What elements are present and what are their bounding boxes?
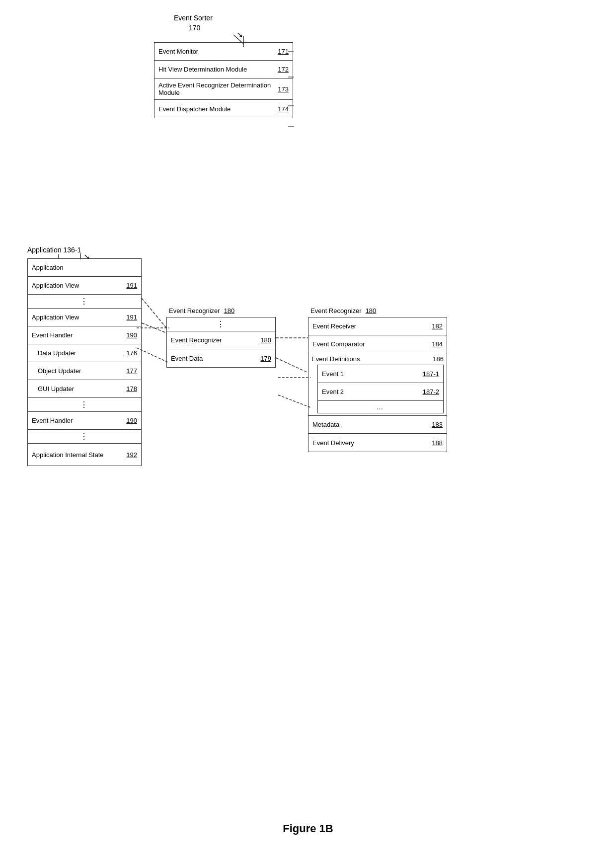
event-comparator-row: Event Comparator 184 <box>308 335 447 353</box>
app-view-row-2: Application View 191 <box>28 309 141 326</box>
dots-3: ⋮ <box>28 430 141 444</box>
dots-1: ⋮ <box>28 295 141 309</box>
hit-view-row: Hit View Determination Module 172 <box>154 61 293 79</box>
er-small-recognizer-row: Event Recognizer 180 <box>167 331 275 349</box>
application-outer-box: Application Application View 191 ⋮ Appli… <box>27 258 142 466</box>
object-updater-row: Object Updater 177 <box>28 362 141 380</box>
active-event-row: Active Event Recognizer Determination Mo… <box>154 79 293 100</box>
event1-row: Event 1 187-1 <box>318 365 443 383</box>
event-sorter-ref: 170 <box>189 24 200 32</box>
figure-label: Figure 1B <box>0 822 616 835</box>
svg-line-9 <box>276 358 308 373</box>
event-dots: … <box>318 401 443 413</box>
event-handler-row-2: Event Handler 190 <box>28 412 141 430</box>
app-view-row-1: Application View 191 <box>28 277 141 295</box>
svg-line-5 <box>278 395 310 407</box>
er-small-title: Event Recognizer 180 <box>169 307 234 315</box>
event-sorter-box: Event Monitor 171 Hit View Determination… <box>154 42 293 118</box>
dots-2: ⋮ <box>28 398 141 412</box>
er-small-dots: ⋮ <box>167 317 275 331</box>
event2-row: Event 2 187-2 <box>318 383 443 401</box>
er-large-box: Event Receiver 182 Event Comparator 184 … <box>308 317 447 452</box>
gui-updater-row: GUI Updater 178 <box>28 380 141 398</box>
application-inner-label-row: Application <box>28 259 141 277</box>
application-outer-label: Application 136-1 <box>27 246 81 254</box>
event-definitions-section: Event Definitions 186 Event 1 187-1 Even… <box>308 353 447 416</box>
event-handler-row-1: Event Handler 190 <box>28 326 141 344</box>
metadata-row: Metadata 183 <box>308 416 447 434</box>
event-monitor-row: Event Monitor 171 <box>154 43 293 61</box>
data-updater-row: Data Updater 176 <box>28 344 141 362</box>
er-small-box: ⋮ Event Recognizer 180 Event Data 179 <box>166 317 276 368</box>
er-small-event-data-row: Event Data 179 <box>167 349 275 367</box>
event-delivery-row: Event Delivery 188 <box>308 434 447 452</box>
events-nested-box: Event 1 187-1 Event 2 187-2 … <box>317 365 444 413</box>
event-sorter-label: Event Sorter <box>174 14 213 22</box>
svg-line-7 <box>142 323 166 333</box>
app-internal-state-row: Application Internal State 192 <box>28 444 141 466</box>
event-dispatcher-row: Event Dispatcher Module 174 <box>154 100 293 118</box>
event-receiver-row: Event Receiver 182 <box>308 317 447 335</box>
er-large-title: Event Recognizer 180 <box>310 307 376 315</box>
event-sorter-arrow: ↘ <box>236 30 243 39</box>
event-definitions-header: Event Definitions 186 <box>311 355 444 363</box>
svg-line-6 <box>142 298 166 328</box>
